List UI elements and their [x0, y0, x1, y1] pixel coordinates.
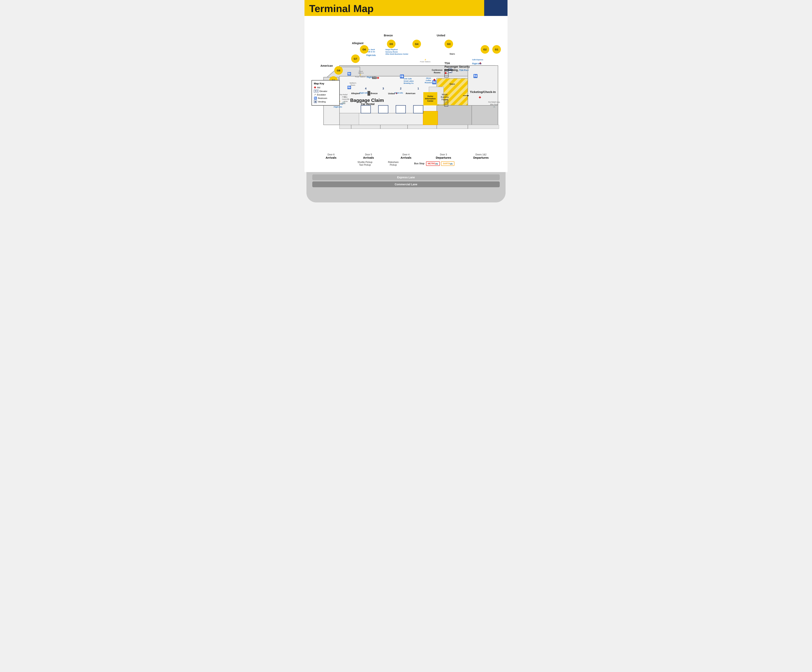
doors-12-type: Departures	[462, 156, 500, 159]
atm-label: ATM	[372, 77, 377, 79]
car-rental-label: Car Rental	[361, 102, 375, 106]
sarta-logo: SARTA🚌	[441, 161, 454, 166]
door-4-label: Door 4	[387, 153, 425, 156]
map-key: Map Key ✚ Aid ⬆⬇ Elevator ↗ Escalator 🚻 …	[312, 80, 340, 106]
svg-rect-15	[339, 113, 359, 125]
cafe-express: Cafe Express	[472, 59, 483, 61]
door-3: Door 3 Departures	[425, 153, 462, 159]
carousel-4: 4	[362, 87, 370, 90]
road-section: Express Lane Commercial Lane	[307, 172, 505, 203]
express-lane: Express Lane	[312, 174, 500, 180]
restroom-mothers: 🚻	[347, 85, 351, 89]
key-elevator: ⬆⬇ Elevator	[314, 90, 337, 92]
mobile-boarding: MobileBoardingPasses	[438, 93, 452, 101]
gate-g7: G7	[351, 55, 360, 63]
header-blue-accent	[484, 0, 507, 16]
door-4-type: Arrivals	[387, 156, 425, 159]
aid-g5-area: ✚	[377, 76, 379, 80]
key-restroom: 🚻 Restroom	[314, 97, 337, 99]
carrier-breeze: Breeze	[370, 92, 378, 94]
svg-rect-20	[396, 106, 406, 113]
header: Terminal Map	[305, 0, 507, 16]
carousel-2: 2	[397, 87, 404, 90]
visitor-center: VisitorInformationCenter	[423, 92, 437, 106]
doors-12-label: Doors 1&2	[462, 153, 500, 156]
pet-relief-bottom: Pet Relief AreaBike Rack🚲	[487, 101, 501, 108]
door-3-type: Departures	[425, 156, 462, 159]
restroom-mid: 🚻	[400, 74, 404, 78]
power-stations-g4: ⚡Power Stations	[418, 59, 432, 63]
rideshare-pickup: RidesharePickup	[388, 161, 399, 166]
airline-breeze: Breeze	[384, 34, 393, 37]
key-escalator: ↗ Escalator	[314, 93, 337, 96]
doors-section: Door 6 Arrivals Door 5 Arrivals Door 4 A…	[309, 152, 503, 160]
door-5-type: Arrivals	[350, 156, 387, 159]
map-key-title: Map Key	[314, 82, 337, 85]
cak-cafe: CAK CafeGreat LakesBrewing Co.	[404, 78, 414, 85]
door-6: Door 6 Arrivals	[312, 153, 350, 159]
shuttle-pickup: Shuttle PickupTaxi Pickup	[358, 161, 373, 166]
gate-g2: G2	[481, 45, 489, 54]
power-stations-g7-small: Power Stations	[356, 70, 366, 74]
aid-ticketing: ✚	[479, 96, 481, 99]
gate-g8: G8	[334, 66, 343, 75]
gate-g5: G5	[387, 40, 396, 48]
bus-stop-area: Bus Stop METRO🚌 SARTA🚌	[414, 161, 454, 166]
door-4: Door 4 Arrivals	[387, 153, 425, 159]
svg-rect-16	[423, 111, 438, 125]
carousel-1: 1	[415, 87, 422, 90]
carrier-allegiant: Allegiant	[351, 92, 360, 94]
gate-g6: G6	[360, 45, 368, 54]
door-3-label: Door 3	[425, 153, 462, 156]
airline-united: United	[437, 34, 445, 37]
svg-rect-19	[379, 106, 388, 113]
stairs-upper: Stairs	[450, 53, 455, 55]
conference-rooms: ConferenceRooms	[430, 69, 444, 74]
airline-allegiant: Allegiant	[352, 42, 363, 45]
commercial-lane: Commercial Lane	[312, 181, 500, 187]
gate-g1: G1	[492, 45, 501, 54]
door-6-label: Door 6	[312, 153, 350, 156]
metro-logo: METRO🚌	[426, 161, 440, 166]
svg-rect-13	[339, 125, 499, 129]
main-content: G1 G2 G3 G4 G5 G6 G7 G8 G9 Allegiant Bre…	[305, 16, 507, 172]
baggage-claim-title: Baggage Claim	[350, 97, 384, 103]
bus-logos: METRO🚌 SARTA🚌	[426, 161, 455, 166]
gate-g4: G4	[413, 40, 421, 48]
doors-12: Doors 1&2 Departures	[462, 153, 500, 159]
stairs-lower: Stairs	[450, 83, 455, 85]
flight-info-g6: Flight Info	[366, 53, 376, 57]
restroom-right: 🚻	[473, 74, 478, 78]
door-5: Door 5 Arrivals	[350, 153, 387, 159]
road-space	[312, 189, 500, 198]
ticketing: Ticketing/Check-In	[468, 90, 497, 94]
terminal-map: G1 G2 G3 G4 G5 G6 G7 G8 G9 Allegiant Bre…	[309, 20, 503, 152]
flight-info-right: Flight Info	[472, 61, 481, 65]
tsa-title: TSAPassenger SecurityScreening, TSA Pre✓	[445, 61, 470, 72]
gate-g3: G3	[445, 40, 453, 48]
airline-american: American	[321, 64, 333, 67]
flight-info-c2: Flight Info	[394, 91, 403, 94]
svg-rect-18	[361, 106, 370, 113]
key-aid: ✚ Aid	[314, 86, 337, 89]
restroom-g7: 🚻	[347, 72, 351, 76]
door-5-label: Door 5	[350, 153, 387, 156]
power-stations-g7: ⚡Power Stations	[355, 74, 366, 78]
aid-exit-lane: ✚	[445, 72, 447, 75]
bus-stop-label: Bus Stop	[414, 162, 425, 165]
svg-rect-12	[437, 106, 472, 125]
svg-rect-11	[468, 106, 498, 125]
key-vending: ▦ Vending	[314, 100, 337, 103]
page-title: Terminal Map	[309, 3, 374, 14]
transport-section: Shuttle PickupTaxi Pickup RidesharePicku…	[309, 160, 503, 168]
carrier-american: American	[406, 92, 415, 94]
aid-conference: ✚	[433, 78, 435, 82]
carousel-3: 3	[379, 87, 387, 90]
door-6-type: Arrivals	[312, 156, 350, 159]
flight-info-c4: Flight Info	[359, 91, 368, 94]
step2-label: Step2 PlayPortSensory RoomOhio Desk Busi…	[386, 49, 409, 55]
svg-rect-21	[413, 106, 423, 113]
